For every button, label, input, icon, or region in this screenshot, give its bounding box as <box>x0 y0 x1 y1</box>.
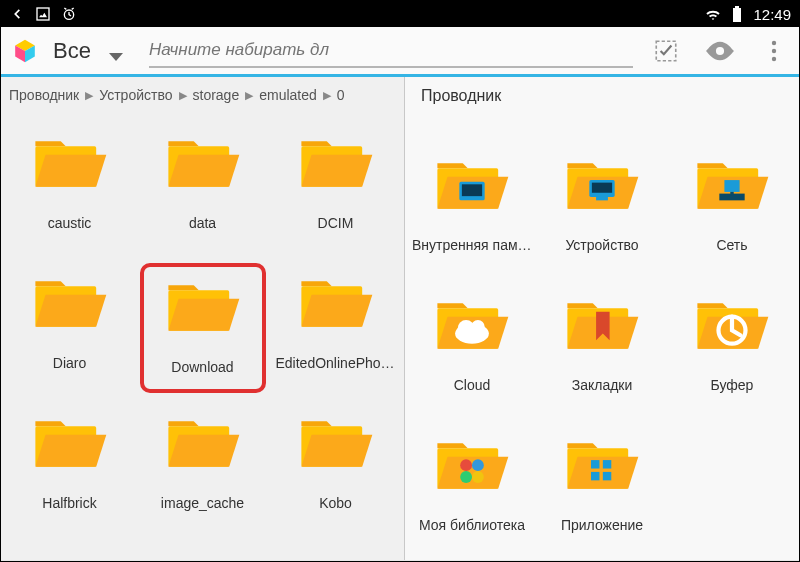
folder-label: EditedOnlinePhotos <box>276 355 396 371</box>
app-logo-icon <box>11 37 39 65</box>
breadcrumb-item[interactable]: 0 <box>337 87 345 103</box>
svg-rect-26 <box>592 183 612 193</box>
folder-icon <box>298 133 374 195</box>
buffer-icon <box>694 295 770 357</box>
svg-rect-47 <box>591 472 599 480</box>
library-icon <box>434 435 510 497</box>
folder-icon <box>165 277 241 339</box>
location-tile[interactable]: Устройство <box>539 145 665 275</box>
folder-icon <box>32 413 108 475</box>
folder-label: Halfbrick <box>42 495 96 511</box>
svg-rect-48 <box>603 472 611 480</box>
folder-tile[interactable]: Kobo <box>273 403 399 533</box>
cloud-icon <box>434 295 510 357</box>
view-dropdown-label: Все <box>53 38 91 64</box>
folder-tile[interactable]: DCIM <box>273 123 399 253</box>
location-label: Внутренняя память <box>412 237 532 253</box>
folder-tile[interactable]: data <box>140 123 266 253</box>
chevron-down-icon <box>109 53 123 61</box>
svg-point-43 <box>472 471 484 483</box>
folder-label: Kobo <box>319 495 352 511</box>
location-tile[interactable]: Моя библиотека <box>409 425 535 555</box>
svg-rect-0 <box>37 8 49 20</box>
location-grid: Внутренняя память Устройство Сеть Cloud … <box>405 109 799 561</box>
search-field[interactable] <box>149 34 633 68</box>
location-label: Cloud <box>454 377 491 393</box>
folder-icon <box>165 413 241 475</box>
location-tile[interactable]: Cloud <box>409 285 535 415</box>
folder-icon <box>298 413 374 475</box>
location-tile[interactable]: Закладки <box>539 285 665 415</box>
svg-rect-27 <box>596 197 608 200</box>
svg-point-41 <box>472 459 484 471</box>
chevron-right-icon: ▶ <box>85 89 93 102</box>
clock: 12:49 <box>753 6 791 23</box>
location-tile[interactable]: Приложение <box>539 425 665 555</box>
app-toolbar: Все <box>1 27 799 77</box>
folder-icon <box>298 273 374 335</box>
breadcrumb-item[interactable]: storage <box>193 87 240 103</box>
folder-label: Diaro <box>53 355 86 371</box>
folder-label: data <box>189 215 216 231</box>
select-icon[interactable] <box>651 36 681 66</box>
internal-icon <box>434 155 510 217</box>
apps-icon <box>564 435 640 497</box>
svg-point-35 <box>471 320 485 334</box>
battery-icon <box>729 6 745 22</box>
location-tile[interactable]: Сеть <box>669 145 795 275</box>
svg-rect-29 <box>724 180 739 192</box>
svg-point-9 <box>772 40 776 44</box>
svg-point-11 <box>772 56 776 60</box>
svg-rect-23 <box>462 184 482 196</box>
folder-tile[interactable]: EditedOnlinePhotos <box>273 263 399 393</box>
location-label: Закладки <box>572 377 633 393</box>
folder-label: image_cache <box>161 495 244 511</box>
location-label: Приложение <box>561 517 643 533</box>
breadcrumb-item[interactable]: Устройство <box>99 87 172 103</box>
breadcrumb: Проводник▶Устройство▶storage▶emulated▶0 <box>1 77 404 117</box>
folder-tile[interactable]: Download <box>140 263 266 393</box>
folder-label: caustic <box>48 215 92 231</box>
location-tile[interactable]: Буфер <box>669 285 795 415</box>
wifi-icon <box>705 6 721 22</box>
eye-icon[interactable] <box>705 36 735 66</box>
folder-icon <box>165 133 241 195</box>
network-icon <box>694 155 770 217</box>
svg-point-42 <box>460 471 472 483</box>
svg-rect-45 <box>591 460 599 468</box>
breadcrumb-item[interactable]: emulated <box>259 87 317 103</box>
search-input[interactable] <box>149 40 633 60</box>
folder-tile[interactable]: caustic <box>7 123 133 253</box>
alarm-icon <box>61 6 77 22</box>
folder-icon <box>32 133 108 195</box>
breadcrumb-item[interactable]: Проводник <box>9 87 79 103</box>
chevron-right-icon: ▶ <box>323 89 331 102</box>
right-pane-title: Проводник <box>405 77 799 109</box>
folder-label: Download <box>171 359 233 375</box>
back-icon <box>9 6 25 22</box>
chevron-right-icon: ▶ <box>179 89 187 102</box>
chevron-right-icon: ▶ <box>245 89 253 102</box>
svg-point-40 <box>460 459 472 471</box>
svg-rect-3 <box>733 8 741 22</box>
svg-rect-46 <box>603 460 611 468</box>
svg-rect-2 <box>735 6 739 8</box>
device-icon <box>564 155 640 217</box>
folder-grid: caustic data DCIM Diaro Download EditedO… <box>1 117 404 539</box>
bookmarks-icon <box>564 295 640 357</box>
view-dropdown[interactable]: Все <box>53 38 123 64</box>
svg-rect-31 <box>730 192 733 195</box>
folder-tile[interactable]: Halfbrick <box>7 403 133 533</box>
right-pane: Проводник Внутренняя память Устройство С… <box>405 77 799 560</box>
location-label: Устройство <box>565 237 638 253</box>
location-label: Буфер <box>711 377 754 393</box>
location-label: Сеть <box>716 237 747 253</box>
status-bar: 12:49 <box>1 1 799 27</box>
folder-tile[interactable]: Diaro <box>7 263 133 393</box>
folder-icon <box>32 273 108 335</box>
location-tile[interactable]: Внутренняя память <box>409 145 535 275</box>
svg-point-8 <box>716 46 724 54</box>
folder-label: DCIM <box>318 215 354 231</box>
folder-tile[interactable]: image_cache <box>140 403 266 533</box>
overflow-menu-icon[interactable] <box>759 36 789 66</box>
